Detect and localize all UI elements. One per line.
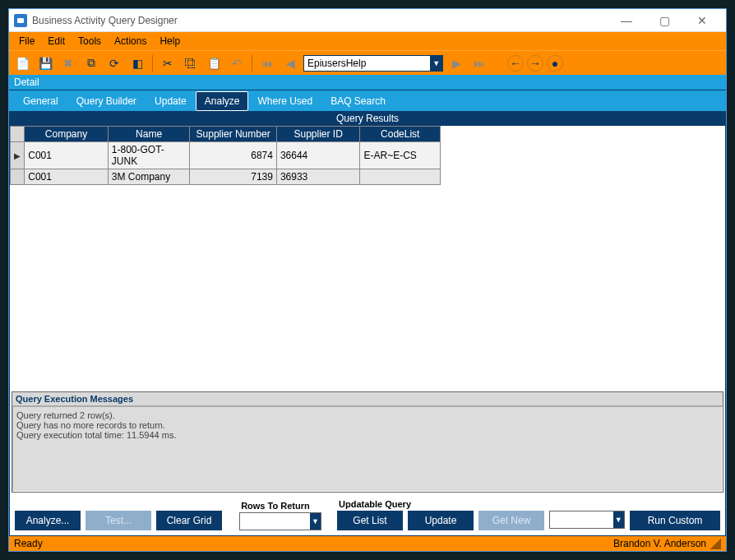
analyze-button[interactable]: Analyze...: [15, 511, 81, 530]
grid-empty-area: [10, 185, 725, 391]
cell-company[interactable]: C001: [25, 169, 109, 185]
rows-to-return-label: Rows To Return: [239, 501, 321, 511]
get-list-button[interactable]: Get List: [337, 511, 403, 530]
messages-body: Query returned 2 row(s). Query has no mo…: [12, 406, 723, 492]
clear-icon[interactable]: ◧: [127, 53, 147, 73]
bottom-controls: Analyze... Test... Clear Grid Rows To Re…: [10, 496, 725, 535]
nav-home-icon[interactable]: ●: [547, 55, 563, 72]
updatable-query-label: Updatable Query: [337, 499, 720, 509]
chevron-down-icon[interactable]: ▼: [430, 56, 442, 71]
query-name-input[interactable]: [304, 56, 430, 71]
status-user: Brandon V. Anderson: [613, 538, 706, 549]
menu-tools[interactable]: Tools: [72, 34, 108, 49]
status-text: Ready: [14, 538, 43, 549]
chevron-down-icon[interactable]: ▼: [310, 513, 321, 530]
tab-where-used[interactable]: Where Used: [248, 91, 321, 111]
tab-baq-search[interactable]: BAQ Search: [321, 91, 395, 111]
results-grid[interactable]: Company Name Supplier Number Supplier ID…: [10, 126, 441, 185]
statusbar: Ready Brandon V. Anderson: [9, 536, 726, 551]
titlebar: Business Activity Query Designer — ▢ ✕: [9, 9, 726, 32]
cell-name[interactable]: 1-800-GOT-JUNK: [108, 142, 190, 169]
cell-company[interactable]: C001: [25, 142, 109, 169]
grid-title: Query Results: [10, 111, 725, 126]
copy-record-icon[interactable]: ⧉: [81, 53, 101, 73]
message-line: Query returned 2 row(s).: [16, 410, 719, 420]
content-area: Query Results Company Name Supplier Numb…: [9, 111, 726, 536]
table-row[interactable]: ▶ C001 1-800-GOT-JUNK 6874 36644 E-AR~E-…: [11, 142, 441, 169]
cell-supplier-number[interactable]: 7139: [190, 169, 277, 185]
col-supplier-id[interactable]: Supplier ID: [276, 127, 360, 142]
row-selector-header: [11, 127, 25, 142]
rows-to-return-group: Rows To Return ▼: [239, 501, 321, 530]
refresh-icon[interactable]: ⟳: [104, 53, 124, 73]
messages-panel: Query Execution Messages Query returned …: [12, 391, 723, 493]
test-button: Test...: [86, 511, 151, 530]
window-controls: — ▢ ✕: [608, 9, 721, 32]
window-title: Business Activity Query Designer: [32, 15, 608, 26]
col-supplier-number[interactable]: Supplier Number: [190, 127, 277, 142]
resize-grip-icon[interactable]: [710, 538, 721, 549]
toolbar-separator: [152, 55, 153, 72]
tab-query-builder[interactable]: Query Builder: [67, 91, 146, 111]
undo-icon: ↶: [227, 53, 247, 73]
last-icon: ⏭: [469, 53, 489, 73]
row-indicator-icon: [11, 169, 25, 185]
first-icon: ⏮: [257, 53, 277, 73]
cell-name[interactable]: 3M Company: [108, 169, 190, 185]
toolbar: 📄 💾 ✖ ⧉ ⟳ ◧ ✂ ⿻ 📋 ↶ ⏮ ◀ ▼ ▶ ⏭ ← → ●: [9, 50, 726, 75]
col-codelist[interactable]: CodeList: [360, 127, 441, 142]
grid-wrap: Company Name Supplier Number Supplier ID…: [10, 126, 725, 185]
custom-action-combo[interactable]: ▼: [549, 511, 625, 529]
new-icon[interactable]: 📄: [12, 53, 32, 73]
get-new-button: Get New: [478, 511, 544, 530]
menubar: File Edit Tools Actions Help: [9, 32, 726, 50]
custom-action-input[interactable]: [550, 511, 613, 528]
chevron-down-icon[interactable]: ▼: [613, 511, 624, 528]
nav-forward-icon[interactable]: →: [527, 55, 543, 72]
tab-update[interactable]: Update: [146, 91, 196, 111]
menu-help[interactable]: Help: [153, 34, 187, 49]
menu-file[interactable]: File: [12, 34, 41, 49]
cut-icon[interactable]: ✂: [158, 53, 178, 73]
cell-supplier-id[interactable]: 36644: [276, 142, 360, 169]
prev-icon: ◀: [280, 53, 300, 73]
row-indicator-icon: ▶: [11, 142, 25, 169]
col-name[interactable]: Name: [108, 127, 190, 142]
save-icon[interactable]: 💾: [35, 53, 55, 73]
update-button[interactable]: Update: [408, 511, 474, 530]
messages-title: Query Execution Messages: [12, 392, 723, 406]
tab-strip: General Query Builder Update Analyze Whe…: [9, 90, 726, 111]
app-window: Business Activity Query Designer — ▢ ✕ F…: [8, 8, 727, 552]
cell-codelist[interactable]: [360, 169, 441, 185]
menu-edit[interactable]: Edit: [41, 34, 72, 49]
col-company[interactable]: Company: [25, 127, 109, 142]
detail-header: Detail: [9, 75, 726, 90]
delete-icon: ✖: [58, 53, 78, 73]
close-button[interactable]: ✕: [683, 9, 721, 32]
copy-icon[interactable]: ⿻: [181, 53, 201, 73]
next-icon: ▶: [446, 53, 466, 73]
cell-supplier-id[interactable]: 36933: [276, 169, 360, 185]
toolbar-separator: [252, 55, 252, 72]
rows-to-return-combo[interactable]: ▼: [239, 512, 321, 530]
cell-supplier-number[interactable]: 6874: [190, 142, 277, 169]
table-row[interactable]: C001 3M Company 7139 36933: [11, 169, 441, 185]
app-icon: [14, 14, 27, 27]
tab-general[interactable]: General: [14, 91, 67, 111]
minimize-button[interactable]: —: [608, 9, 645, 32]
paste-icon: 📋: [204, 53, 224, 73]
message-line: Query has no more records to return.: [16, 420, 719, 430]
message-line: Query execution total time: 11.5944 ms.: [16, 430, 719, 440]
updatable-query-group: Updatable Query Get List Update Get New …: [337, 499, 720, 530]
query-name-combo[interactable]: ▼: [303, 55, 443, 72]
rows-to-return-input[interactable]: [240, 513, 309, 530]
menu-actions[interactable]: Actions: [108, 34, 153, 49]
run-custom-button[interactable]: Run Custom: [630, 511, 720, 530]
clear-grid-button[interactable]: Clear Grid: [156, 511, 222, 530]
maximize-button[interactable]: ▢: [645, 9, 683, 32]
nav-back-icon[interactable]: ←: [507, 55, 524, 72]
tab-analyze[interactable]: Analyze: [196, 91, 249, 111]
cell-codelist[interactable]: E-AR~E-CS: [360, 142, 441, 169]
